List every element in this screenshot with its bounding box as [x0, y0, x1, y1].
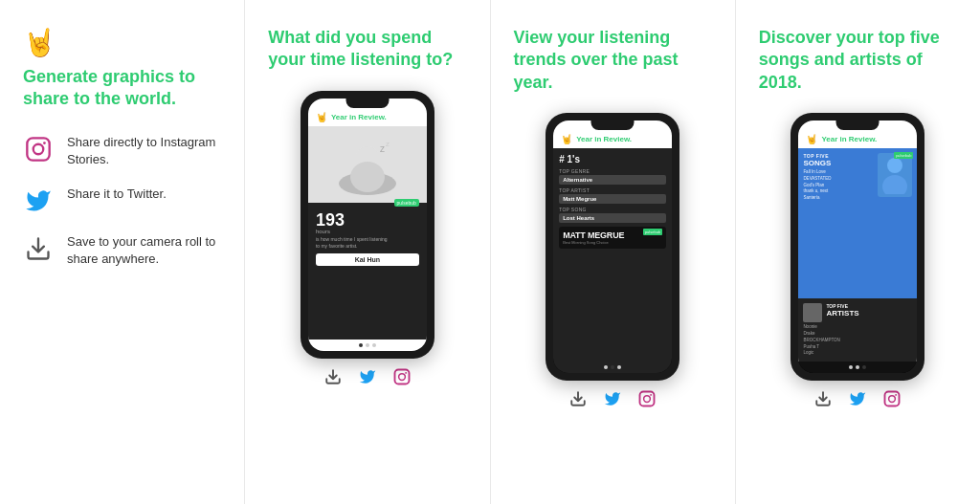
phone3-screen: 🤘 Year in Review. # 1's TOP GENRE Altern…: [553, 121, 672, 373]
phone4-app-title: Year in Review.: [821, 135, 877, 143]
song4: thank u, next: [803, 188, 831, 195]
phone4-mockup: 🤘 Year in Review. TOP FIVE SONGS Fall In…: [791, 113, 924, 381]
artist-name: Kai Hun: [322, 256, 413, 263]
svg-text:z: z: [386, 140, 390, 148]
phone3-app-title: Year in Review.: [576, 135, 632, 143]
twitter-action-icon[interactable]: [357, 366, 378, 387]
dot3: [372, 343, 376, 347]
song5: Santería: [803, 195, 831, 202]
download-icon: [23, 233, 54, 264]
svg-point-15: [882, 175, 907, 194]
panel-topfive: Discover your top five songs and artists…: [736, 0, 980, 504]
song1: Fall In Love: [803, 169, 831, 176]
stat-artist-box: Matt Megrue: [559, 194, 666, 204]
panel1-emoji: 🤘: [23, 27, 221, 58]
phone2-emoji: 🤘: [316, 112, 327, 122]
phone2-app-title: Year in Review.: [331, 113, 387, 121]
panel1-title: Generate graphics to share to the world.: [23, 66, 221, 111]
stat-genre-label: TOP GENRE: [559, 168, 666, 174]
phone4-instagram-icon[interactable]: [881, 388, 902, 409]
panel3-title: View your listening trends over the past…: [514, 27, 712, 94]
phone3-instagram-icon[interactable]: [636, 388, 657, 409]
svg-rect-16: [885, 392, 900, 406]
artist-big-sub: Best Morning Song Choice: [563, 240, 662, 245]
dot3: [862, 365, 866, 369]
dot1: [604, 365, 608, 369]
artist5: Logic: [803, 350, 912, 357]
artist-big-card: pulsebub MATT MEGRUE Best Morning Song C…: [559, 227, 666, 249]
panel2-title: What did you spend your time listening t…: [268, 27, 466, 72]
phone4-download-icon[interactable]: [813, 388, 834, 409]
svg-text:z: z: [380, 143, 385, 154]
stat-artist-label: TOP ARTIST: [559, 187, 666, 193]
artist3: BROCKHAMPTON: [803, 338, 912, 344]
phone2-dots: [308, 340, 427, 351]
hours-label: is how much time I spent listeningto my …: [316, 236, 419, 250]
artist-thumbnail: [803, 303, 822, 322]
phone3-emoji: 🤘: [561, 134, 572, 144]
feature-instagram-text: Share directly to Instagram Stories.: [67, 134, 221, 168]
instagram-action-icon[interactable]: [391, 366, 412, 387]
phone4-twitter-icon[interactable]: [847, 388, 868, 409]
svg-point-1: [33, 144, 44, 155]
download-action-icon[interactable]: [323, 366, 344, 387]
dot2: [611, 365, 614, 369]
phone3-dots: [553, 362, 672, 373]
songs-type: SONGS: [803, 159, 831, 167]
stat-artist-value: Matt Megrue: [563, 196, 662, 202]
feature-download-text: Save to your camera roll to share anywhe…: [67, 233, 221, 268]
svg-point-12: [644, 396, 651, 403]
feature-twitter: Share it to Twitter.: [23, 186, 221, 216]
songs-area: TOP FIVE SONGS Fall In Love DEVASTATED G…: [798, 148, 917, 298]
feature-list: Share directly to Instagram Stories. Sha…: [23, 134, 221, 269]
song-list: Fall In Love DEVASTATED God's Plan thank…: [803, 169, 831, 202]
artist-image-area: z z: [308, 126, 427, 203]
pulsebub-topfive: pulsebub: [894, 152, 913, 159]
pulsebub-sm: pulsebub: [643, 229, 662, 235]
feature-download: Save to your camera roll to share anywhe…: [23, 233, 221, 268]
panel-listening: What did you spend your time listening t…: [245, 0, 490, 504]
hours-card: pulsebub 193 hours is how much time I sp…: [308, 203, 427, 340]
hours-number: 193: [316, 210, 419, 230]
phone2-container: 🤘 Year in Review. z z: [268, 91, 466, 485]
phone3-actions: [568, 388, 657, 409]
twitter-icon: [23, 186, 54, 216]
stat-song: TOP SONG Lost Hearts: [559, 207, 666, 223]
dot1: [359, 343, 363, 347]
svg-rect-11: [640, 392, 655, 406]
stat-artist: TOP ARTIST Matt Megrue: [559, 187, 666, 204]
artists-section: TOP FIVE ARTISTS Noonie Drake BROCKHAMPT…: [798, 298, 917, 362]
phone2-screen: 🤘 Year in Review. z z: [308, 99, 427, 351]
stat-song-box: Lost Hearts: [559, 213, 666, 223]
svg-rect-8: [394, 369, 409, 383]
artists-type: ARTISTS: [826, 309, 858, 318]
phone2-notch: [345, 99, 389, 108]
svg-point-17: [889, 396, 896, 403]
dot2: [856, 365, 859, 369]
artist2: Drake: [803, 331, 912, 338]
stat-song-label: TOP SONG: [559, 207, 666, 212]
pulsebub-badge: pulsebub: [394, 199, 419, 207]
svg-point-9: [399, 373, 406, 380]
artist1: Noonie: [803, 324, 912, 331]
artist4: Pusha T: [803, 344, 912, 351]
feature-twitter-text: Share it to Twitter.: [67, 186, 167, 203]
svg-point-5: [350, 162, 385, 192]
ones-title: # 1's: [559, 154, 666, 164]
feature-instagram: Share directly to Instagram Stories.: [23, 134, 221, 168]
topfive-screen: TOP FIVE SONGS Fall In Love DEVASTATED G…: [798, 148, 917, 362]
phone3-download-icon[interactable]: [568, 388, 589, 409]
app-container: 🤘 Generate graphics to share to the worl…: [0, 0, 980, 504]
phone2-actions: [323, 366, 412, 387]
panel-generate: 🤘 Generate graphics to share to the worl…: [0, 0, 245, 504]
phone4-actions: [813, 388, 902, 409]
phone2-content: z z pulsebub 193 hours is how much time …: [308, 126, 427, 340]
phone4-notch: [836, 121, 880, 130]
phone3-twitter-icon[interactable]: [602, 388, 623, 409]
dot1: [849, 365, 853, 369]
svg-point-18: [896, 394, 898, 396]
svg-point-2: [43, 142, 46, 144]
phone3-notch: [591, 121, 635, 130]
stat-genre-value: Alternative: [563, 177, 662, 183]
phone3-container: 🤘 Year in Review. # 1's TOP GENRE Altern…: [514, 113, 712, 485]
